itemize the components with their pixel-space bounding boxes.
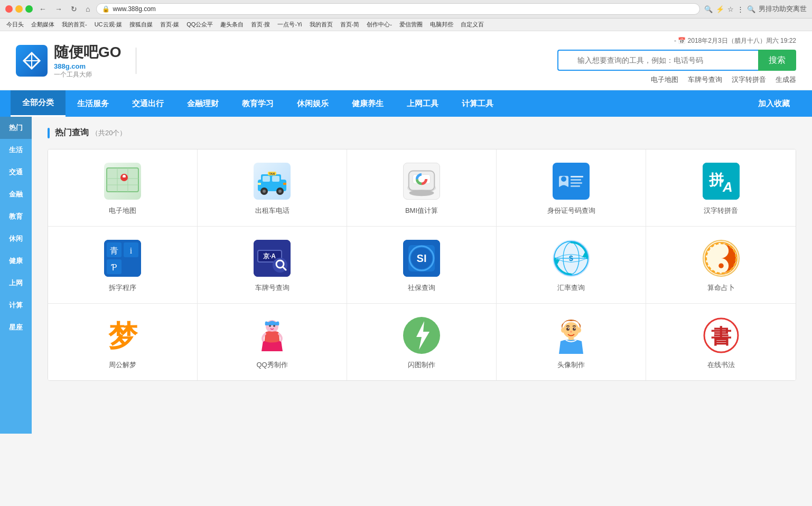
bookmark-qq[interactable]: QQ公众平: [184, 20, 215, 29]
quick-link-pinyin[interactable]: 汉字转拼音: [732, 75, 766, 85]
section-header: 热门查询 （共20个）: [48, 127, 796, 138]
svg-text:A: A: [722, 179, 733, 195]
tool-taxi[interactable]: TAXI 出租车电话: [198, 149, 347, 227]
tool-exchange[interactable]: $ 汇率查询: [497, 227, 646, 304]
search-button[interactable]: 搜索: [758, 50, 796, 71]
minimize-btn[interactable]: [15, 5, 23, 13]
tool-avatar[interactable]: 头像制作: [497, 304, 646, 380]
svg-point-81: [574, 328, 575, 329]
refresh-btn[interactable]: ↻: [69, 4, 79, 14]
content-wrapper: 热门 生活 交通 金融 教育 休闲 健康 上网 计算 星座 热门查询 （共20个…: [0, 117, 812, 434]
bookmark-shouyj[interactable]: 首页-简: [338, 20, 362, 29]
logo-area: 随便吧GO 388g.com 一个工具大师: [16, 42, 144, 79]
nav-finance[interactable]: 金融理财: [175, 90, 230, 117]
tool-label-avatar: 头像制作: [557, 360, 585, 370]
tool-flash[interactable]: 闪图制作: [347, 304, 497, 380]
svg-rect-14: [263, 176, 270, 182]
star-icon[interactable]: ☆: [727, 5, 734, 13]
sidebar-finance[interactable]: 金融: [0, 183, 32, 205]
tool-shebao[interactable]: SI 社保查询: [347, 227, 497, 304]
browser-search[interactable]: 🔍: [747, 5, 755, 13]
quick-link-generator[interactable]: 生成器: [776, 75, 796, 85]
sidebar-calculate[interactable]: 计算: [0, 294, 32, 316]
bookmark-yidian[interactable]: 一点号-Yi: [275, 20, 304, 29]
sidebar-zodiac[interactable]: 星座: [0, 316, 32, 339]
site-sub: 一个工具大师: [54, 70, 122, 79]
sidebar-life[interactable]: 生活: [0, 139, 32, 161]
svg-text:SI: SI: [417, 252, 427, 264]
bookmark-shouyso[interactable]: 首页·搜: [249, 20, 272, 29]
nav-leisure[interactable]: 休闲娱乐: [285, 90, 340, 117]
tool-bmi[interactable]: BMI值计算: [347, 149, 497, 227]
tool-dream[interactable]: 梦 周公解梦: [48, 304, 198, 380]
tool-id[interactable]: 身份证号码查询: [497, 149, 646, 227]
nav-all[interactable]: 全部分类: [11, 90, 66, 117]
bookmark-shouy[interactable]: 首页-媒: [158, 20, 182, 29]
home-btn[interactable]: ⌂: [83, 4, 92, 14]
sidebar-leisure[interactable]: 休闲: [0, 228, 32, 250]
svg-rect-23: [283, 183, 286, 185]
tool-icon-taxi: TAXI: [254, 163, 291, 200]
nav-education[interactable]: 教育学习: [230, 90, 285, 117]
site-title: 随便吧GO: [54, 42, 122, 62]
nav-health[interactable]: 健康养生: [340, 90, 395, 117]
bookmark-qipeng[interactable]: 企鹅媒体: [29, 20, 57, 29]
logo-text: 随便吧GO 388g.com 一个工具大师: [54, 42, 122, 79]
nav-internet[interactable]: 上网工具: [395, 90, 450, 117]
search-icon[interactable]: 🔍: [704, 5, 713, 13]
menu-icon[interactable]: ⋮: [737, 5, 744, 13]
tool-calligraphy[interactable]: 書 在线书法: [646, 304, 796, 380]
tool-icon-pinyin: 拼 A: [703, 163, 740, 200]
address-bar[interactable]: 🔒 www.388g.com: [96, 3, 700, 15]
bookmark-sohu[interactable]: 搜狐自媒: [127, 20, 155, 29]
bookmark-aixin[interactable]: 爱信营圈: [397, 20, 425, 29]
nav-transport[interactable]: 交通出行: [120, 90, 175, 117]
bookmark-wode1[interactable]: 我的首页-: [60, 20, 89, 29]
close-btn[interactable]: [5, 5, 13, 13]
main-nav: 全部分类 生活服务 交通出行 金融理财 教育学习 休闲娱乐 健康养生 上网工具 …: [0, 90, 812, 117]
bookmark-qutou[interactable]: 趣头条自: [218, 20, 246, 29]
browser-actions: 🔍 ⚡ ☆ ⋮ 🔍 男排功助突离世: [704, 4, 807, 14]
tool-label-qq: QQ秀制作: [256, 360, 287, 370]
sidebar-health[interactable]: 健康: [0, 250, 32, 272]
quick-link-plate[interactable]: 车牌号查询: [688, 75, 722, 85]
logo-divider: [136, 48, 136, 74]
nav-life[interactable]: 生活服务: [66, 90, 120, 117]
svg-text:書: 書: [711, 325, 732, 348]
svg-rect-15: [272, 176, 279, 182]
sidebar-internet[interactable]: 上网: [0, 272, 32, 294]
nav-calculate[interactable]: 计算工具: [450, 90, 505, 117]
tool-chazi[interactable]: 青 i Ƥ 拆字程序: [48, 227, 198, 304]
section-title: 热门查询: [55, 127, 89, 138]
search-input[interactable]: [557, 50, 758, 71]
tool-icon-shebao: SI: [403, 240, 440, 277]
tool-label-map: 电子地图: [109, 206, 136, 215]
nav-collect[interactable]: 加入收藏: [746, 90, 801, 117]
tool-qq[interactable]: QQ秀制作: [198, 304, 347, 380]
forward-btn[interactable]: →: [53, 4, 64, 14]
quick-links: 电子地图 车牌号查询 汉字转拼音 生成器: [651, 75, 796, 85]
bookmark-jinri[interactable]: 今日头: [4, 20, 26, 29]
svg-point-33: [561, 176, 566, 182]
tool-icon-map: [104, 163, 141, 200]
bookmark-zidingyi[interactable]: 自定义百: [459, 20, 486, 29]
tool-label-bmi: BMI值计算: [405, 206, 438, 215]
tool-pinyin[interactable]: 拼 A 汉字转拼音: [646, 149, 796, 227]
tool-plate[interactable]: 京·A 车牌号查询: [198, 227, 347, 304]
bookmark-wode2[interactable]: 我的首页: [307, 20, 335, 29]
back-btn[interactable]: ←: [37, 4, 49, 14]
tool-icon-id: [553, 163, 590, 200]
bookmark-chuangzuo[interactable]: 创作中心-: [365, 20, 394, 29]
url-text: www.388g.com: [113, 5, 155, 13]
sidebar-hot[interactable]: 热门: [0, 117, 32, 139]
tool-map[interactable]: 电子地图: [48, 149, 198, 227]
bookmark-uc[interactable]: UC云观·媒: [92, 20, 124, 29]
bookmark-diannao[interactable]: 电脑邦些: [428, 20, 455, 29]
quick-link-map[interactable]: 电子地图: [651, 75, 678, 85]
site-domain: 388g.com: [54, 62, 122, 70]
svg-rect-26: [413, 174, 430, 183]
tool-fortune[interactable]: 算命占卜: [646, 227, 796, 304]
sidebar-education[interactable]: 教育: [0, 205, 32, 228]
maximize-btn[interactable]: [25, 5, 33, 13]
sidebar-transport[interactable]: 交通: [0, 161, 32, 183]
